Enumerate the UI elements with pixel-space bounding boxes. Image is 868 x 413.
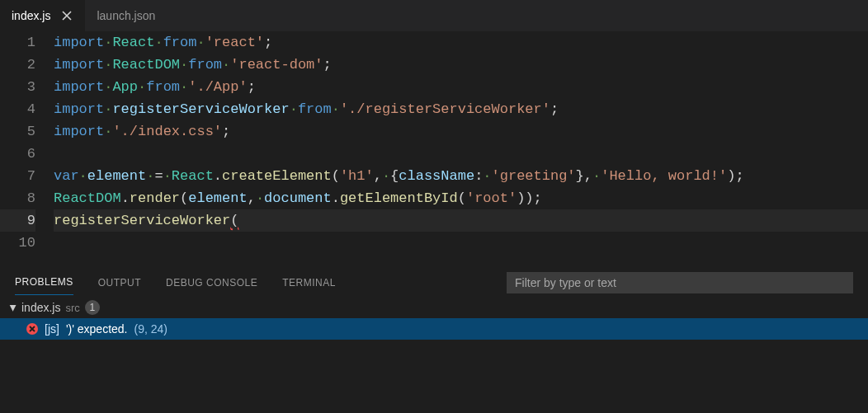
line-number: 3 — [0, 76, 35, 98]
code-line[interactable]: registerServiceWorker( — [54, 209, 868, 232]
line-number: 2 — [0, 54, 35, 76]
panel-tab-output[interactable]: OUTPUT — [98, 270, 141, 295]
code-line[interactable]: import·React·from·'react'; — [54, 31, 868, 54]
code-line[interactable]: import·App·from·'./App'; — [54, 76, 868, 98]
line-number: 10 — [0, 232, 35, 254]
problem-message: ')' expected. — [66, 322, 128, 336]
close-icon[interactable] — [60, 9, 73, 22]
code-content[interactable]: import·React·from·'react';import·ReactDO… — [54, 31, 868, 254]
line-number: 5 — [0, 120, 35, 143]
chevron-down-icon: ▶ — [9, 304, 18, 311]
tab-label: launch.json — [97, 9, 155, 22]
tab-launch-json[interactable]: launch.json — [85, 0, 167, 31]
problems-file-name: index.js — [21, 301, 60, 314]
tab-label: index.js — [12, 9, 50, 22]
problems-file-folder: src — [65, 302, 79, 314]
line-number: 9 — [0, 209, 35, 232]
problems-filter-input[interactable] — [507, 272, 853, 293]
problem-location: (9, 24) — [134, 322, 167, 336]
line-number: 1 — [0, 31, 35, 54]
line-number: 4 — [0, 98, 35, 120]
code-editor[interactable]: 12345678910 import·React·from·'react';im… — [0, 31, 868, 254]
code-line[interactable] — [54, 232, 868, 254]
panel-tab-problems[interactable]: PROBLEMS — [15, 270, 73, 295]
line-number: 8 — [0, 187, 35, 209]
problems-count-badge: 1 — [85, 300, 100, 315]
panel-tab-terminal[interactable]: TERMINAL — [282, 270, 336, 295]
tab-index-js[interactable]: index.js — [0, 0, 85, 31]
code-line[interactable]: import·registerServiceWorker·from·'./reg… — [54, 98, 868, 120]
problem-item[interactable]: [js] ')' expected. (9, 24) — [0, 318, 868, 340]
panel-tab-bar: PROBLEMS OUTPUT DEBUG CONSOLE TERMINAL — [0, 267, 868, 297]
code-line[interactable]: ReactDOM.render(element,·document.getEle… — [54, 187, 868, 209]
line-number-gutter: 12345678910 — [0, 31, 54, 254]
line-number: 6 — [0, 143, 35, 165]
error-icon — [26, 323, 38, 335]
line-number: 7 — [0, 165, 35, 187]
code-line[interactable]: import·ReactDOM·from·'react-dom'; — [54, 54, 868, 76]
editor-tabs: index.js launch.json — [0, 0, 868, 31]
problems-file-header[interactable]: ▶ index.js src 1 — [0, 297, 868, 318]
panel-tab-debug-console[interactable]: DEBUG CONSOLE — [166, 270, 257, 295]
code-line[interactable] — [54, 143, 868, 165]
code-line[interactable]: import·'./index.css'; — [54, 120, 868, 143]
problem-source: [js] — [45, 322, 59, 336]
code-line[interactable]: var·element·=·React.createElement('h1',·… — [54, 165, 868, 187]
